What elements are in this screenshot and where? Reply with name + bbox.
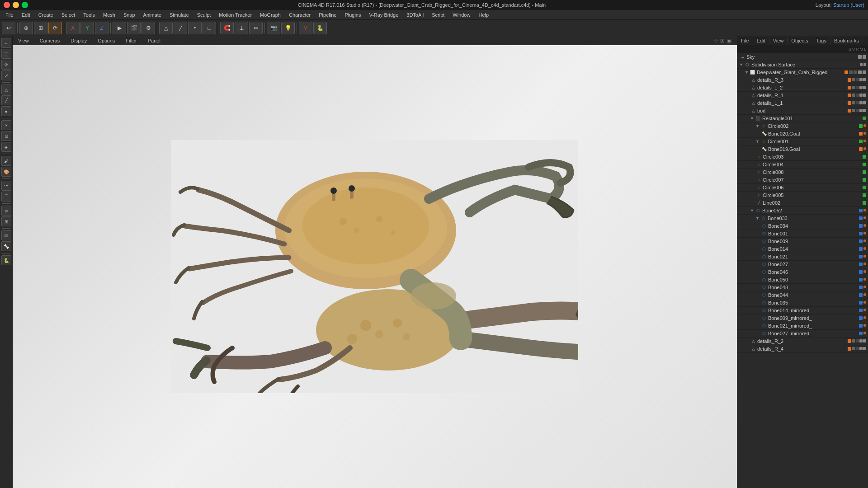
rp-tab-objects[interactable]: Objects	[788, 37, 812, 44]
menu-create[interactable]: Create	[35, 11, 57, 19]
lt-paint[interactable]: 🎨	[1, 167, 11, 177]
menu-snap[interactable]: Snap	[120, 11, 139, 19]
lt-spline[interactable]: 〜	[1, 181, 11, 191]
menu-help[interactable]: Help	[475, 11, 492, 19]
tree-item-bone021[interactable]: ⬡ Bone021	[737, 253, 868, 261]
tool-point[interactable]: •	[188, 22, 202, 34]
tool-cam[interactable]: 📷	[267, 22, 280, 34]
tree-item-details-r3[interactable]: △ details_R_3	[737, 76, 868, 84]
lt-rotate[interactable]: ⟳	[1, 60, 11, 70]
tool-z[interactable]: Z	[95, 22, 108, 34]
lt-polygon[interactable]: △	[1, 84, 11, 94]
tree-item-bone034[interactable]: ⬡ Bone034	[737, 222, 868, 230]
minimize-button[interactable]	[13, 2, 19, 8]
rp-tab-edit[interactable]: Edit	[753, 37, 769, 44]
tree-item-bone048[interactable]: ⬡ Bone048	[737, 284, 868, 291]
tree-item-bone027m[interactable]: ⬡ Bone027_mirrored_	[737, 330, 868, 338]
menu-window[interactable]: Window	[449, 11, 474, 19]
tool-x[interactable]: X	[66, 22, 80, 34]
tree-item-bone033[interactable]: ▼ ⬡ Bone033	[737, 215, 868, 222]
menu-3dtoall[interactable]: 3DToAll	[403, 11, 427, 19]
lt-python[interactable]: 🐍	[1, 255, 11, 265]
tool-sym[interactable]: ⇔	[249, 22, 263, 34]
lt-deform[interactable]: ⌀	[1, 206, 11, 216]
lt-scale[interactable]: ⤢	[1, 70, 11, 80]
tree-item-sky[interactable]: ☁ Sky	[737, 53, 868, 61]
tree-item-bone046[interactable]: ⬡ Bone046	[737, 268, 868, 276]
render-settings[interactable]: ⚙	[142, 22, 155, 34]
menu-select[interactable]: Select	[58, 11, 79, 19]
vp-tab-display[interactable]: Display	[67, 37, 90, 44]
menu-edit[interactable]: Edit	[18, 11, 34, 19]
tree-item-circle008[interactable]: ○ Circle008	[737, 169, 868, 176]
lt-bevel[interactable]: ◈	[1, 142, 11, 152]
tree-item-bone044[interactable]: ⬡ Bone044	[737, 291, 868, 299]
viewport-icon2[interactable]: ⊠	[720, 38, 725, 44]
lt-select[interactable]: ⬚	[1, 49, 11, 59]
tree-item-bone027[interactable]: ⬡ Bone027	[737, 261, 868, 268]
tool-object[interactable]: □	[203, 22, 216, 34]
menu-mesh[interactable]: Mesh	[99, 11, 119, 19]
vp-tab-options[interactable]: Options	[94, 37, 118, 44]
menu-script[interactable]: Script	[428, 11, 448, 19]
tool-edge[interactable]: ╱	[174, 22, 187, 34]
render-preview[interactable]: ▶	[113, 22, 126, 34]
lt-weight[interactable]: ⚖	[1, 230, 11, 240]
menu-tools[interactable]: Tools	[80, 11, 99, 19]
python-btn[interactable]: 🐍	[313, 22, 327, 34]
rp-tab-bookmarks[interactable]: Bookmarks	[830, 37, 863, 44]
tool-move[interactable]: ⊕	[19, 22, 33, 34]
tree-item-details-l1[interactable]: △ details_L_1	[737, 99, 868, 107]
render-full[interactable]: 🎬	[127, 22, 141, 34]
lt-knife[interactable]: ✂	[1, 120, 11, 130]
viewport-canvas[interactable]	[13, 45, 737, 488]
undo-button[interactable]: ↩	[2, 22, 15, 34]
vp-tab-filter[interactable]: Filter	[122, 37, 140, 44]
vp-tab-panel[interactable]: Panel	[144, 37, 164, 44]
tree-item-subdivision[interactable]: ▼ ⬡ Subdivision Surface	[737, 61, 868, 69]
tree-item-details-r2[interactable]: △ details_R_2	[737, 338, 868, 345]
menu-animate[interactable]: Animate	[140, 11, 165, 19]
viewport-icon1[interactable]: ⊹	[714, 38, 718, 44]
tree-item-details-r1[interactable]: △ details_R_1	[737, 92, 868, 99]
menu-sculpt[interactable]: Sculpt	[193, 11, 215, 19]
tool-axis[interactable]: ⊥	[235, 22, 248, 34]
tree-item-bone014[interactable]: ⬡ Bone014	[737, 245, 868, 253]
tree-item-bone001[interactable]: ⬡ Bone001	[737, 230, 868, 238]
menu-simulate[interactable]: Simulate	[166, 11, 193, 19]
lt-edge[interactable]: ╱	[1, 95, 11, 105]
tree-item-circle007[interactable]: ○ Circle007	[737, 176, 868, 184]
tree-item-bone019goal[interactable]: 🦴 Bone019.Goal	[737, 145, 868, 153]
tool-y[interactable]: Y	[80, 22, 94, 34]
lt-brush[interactable]: 🖌	[1, 156, 11, 166]
tree-item-circle001[interactable]: ▼ ○ Circle001	[737, 138, 868, 145]
lt-rig[interactable]: 🦴	[1, 241, 11, 251]
lt-move[interactable]: ↔	[1, 38, 11, 48]
tree-item-circle004[interactable]: ○ Circle004	[737, 161, 868, 169]
rp-tab-tags[interactable]: Tags	[812, 37, 830, 44]
tool-snap[interactable]: 🧲	[220, 22, 234, 34]
lt-point[interactable]: ●	[1, 106, 11, 116]
viewport-icon3[interactable]: ▣	[726, 38, 731, 44]
vray-btn[interactable]: V	[299, 22, 312, 34]
maximize-button[interactable]	[22, 2, 28, 8]
menu-vray[interactable]: V-Ray Bridge	[365, 11, 402, 19]
lt-extrude[interactable]: ⊡	[1, 131, 11, 141]
tree-item-bone035[interactable]: ⬡ Bone035	[737, 299, 868, 307]
tree-item-bodi[interactable]: △ bodi	[737, 107, 868, 115]
tool-light[interactable]: 💡	[281, 22, 295, 34]
lt-nurbs[interactable]: ⌒	[1, 192, 11, 202]
lt-field[interactable]: ⊞	[1, 216, 11, 226]
tree-item-bone050[interactable]: ⬡ Bone050	[737, 276, 868, 284]
tree-item-bone014m[interactable]: ⬡ Bone014_mirrored_	[737, 307, 868, 314]
tool-scale[interactable]: ⊞	[34, 22, 47, 34]
tree-item-details-r4[interactable]: △ details_R_4	[737, 345, 868, 353]
rp-tab-file[interactable]: File	[737, 37, 753, 44]
vp-tab-cameras[interactable]: Cameras	[36, 37, 64, 44]
tree-item-circle003[interactable]: ○ Circle003	[737, 153, 868, 161]
tool-rotate[interactable]: ⟳	[48, 22, 62, 34]
menu-mograph[interactable]: MoGraph	[256, 11, 284, 19]
tree-item-rect001[interactable]: ▼ ⬛ Rectangle001	[737, 115, 868, 122]
tree-item-bone052[interactable]: ▼ ⬡ Bone052	[737, 207, 868, 215]
menu-plugins[interactable]: Plugins	[341, 11, 364, 19]
